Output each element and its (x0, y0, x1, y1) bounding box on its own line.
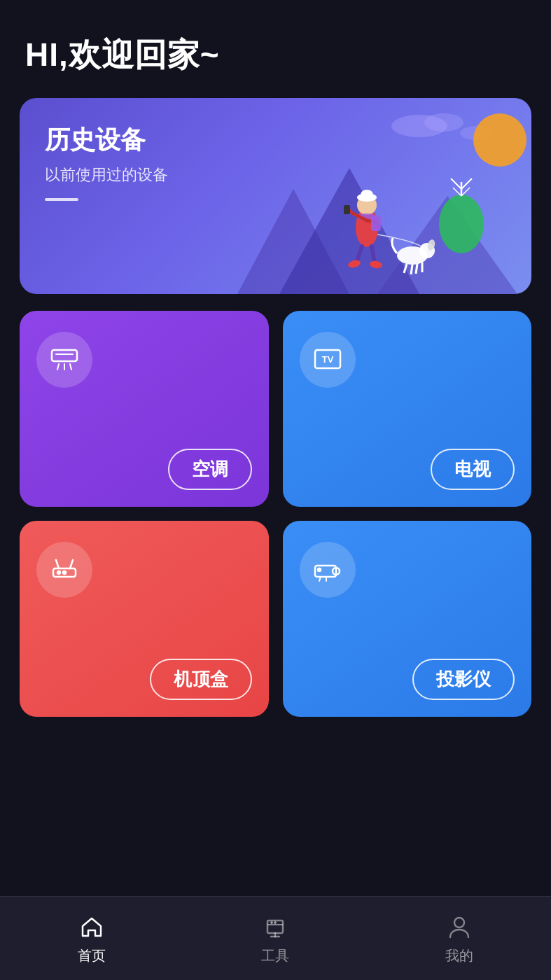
nav-item-mine[interactable]: 我的 (368, 911, 551, 965)
svg-line-36 (57, 364, 59, 370)
svg-text:TV: TV (321, 354, 333, 365)
nav-label-mine: 我的 (445, 946, 473, 965)
header: HI,欢迎回家~ (0, 0, 551, 91)
svg-point-48 (318, 568, 321, 571)
svg-point-54 (274, 922, 277, 924)
projector-label[interactable]: 投影仪 (412, 659, 515, 700)
tv-icon-circle: TV (300, 332, 356, 388)
history-banner[interactable]: 历史设备 以前使用过的设备 (20, 98, 531, 294)
banner-title: 历史设备 (45, 123, 506, 158)
device-card-settopbox[interactable]: 机顶盒 (20, 521, 269, 717)
mine-icon (444, 911, 475, 942)
banner-dash (45, 198, 78, 201)
aircon-icon-circle (36, 332, 92, 388)
nav-label-home: 首页 (78, 946, 106, 965)
device-grid: 空调 TV 电视 (20, 311, 531, 717)
nav-item-home[interactable]: 首页 (0, 911, 183, 965)
settopbox-icon (48, 553, 81, 587)
svg-line-42 (56, 560, 59, 568)
svg-point-45 (63, 571, 66, 574)
svg-point-57 (454, 918, 464, 927)
device-card-aircon[interactable]: 空调 (20, 311, 269, 507)
main-content: 历史设备 以前使用过的设备 (0, 91, 551, 896)
svg-rect-34 (52, 350, 77, 361)
tv-icon: TV (311, 343, 344, 377)
svg-point-53 (271, 922, 273, 924)
greeting-title: HI,欢迎回家~ (25, 34, 526, 77)
svg-point-44 (57, 571, 60, 574)
aircon-icon (48, 343, 81, 377)
device-card-tv[interactable]: TV 电视 (283, 311, 532, 507)
tools-icon (260, 911, 291, 942)
device-card-projector[interactable]: 投影仪 (283, 521, 532, 717)
nav-label-tools: 工具 (261, 946, 289, 965)
banner-subtitle: 以前使用过的设备 (45, 164, 506, 186)
settopbox-icon-circle (36, 542, 92, 598)
projector-icon (311, 553, 344, 587)
svg-line-43 (70, 560, 73, 568)
bottom-nav: 首页 工具 (0, 896, 551, 980)
home-icon (76, 911, 107, 942)
tv-label[interactable]: 电视 (431, 449, 515, 490)
app-container: HI,欢迎回家~ 历史设备 以前使用过的设备 (0, 0, 551, 980)
svg-line-38 (70, 364, 71, 370)
nav-item-tools[interactable]: 工具 (183, 911, 367, 965)
settopbox-label[interactable]: 机顶盒 (150, 659, 252, 700)
projector-icon-circle (300, 542, 356, 598)
aircon-label[interactable]: 空调 (168, 449, 252, 490)
banner-content: 历史设备 以前使用过的设备 (20, 98, 531, 294)
